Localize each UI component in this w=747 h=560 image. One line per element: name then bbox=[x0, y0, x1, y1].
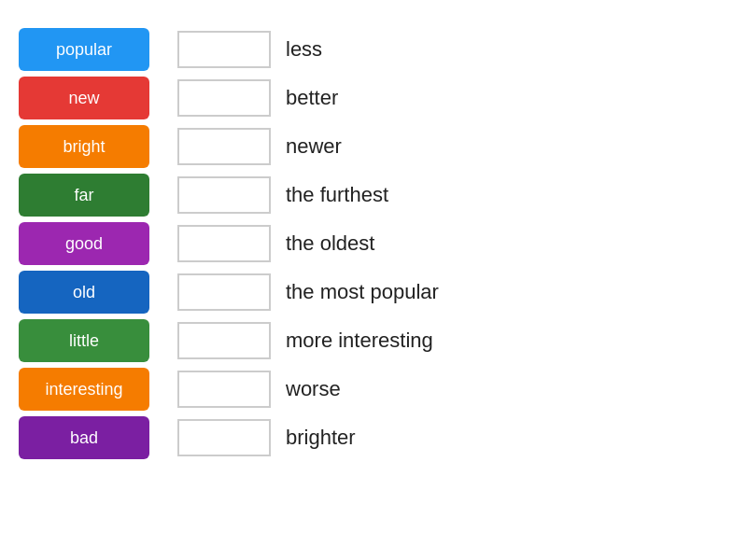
match-box-3[interactable] bbox=[177, 176, 271, 214]
match-label-5: the most popular bbox=[286, 280, 439, 304]
match-label-0: less bbox=[286, 37, 322, 62]
match-box-8[interactable] bbox=[177, 419, 271, 456]
word-button-interesting[interactable]: interesting bbox=[19, 368, 149, 411]
match-box-6[interactable] bbox=[177, 322, 271, 359]
word-button-far[interactable]: far bbox=[19, 174, 149, 217]
match-box-4[interactable] bbox=[177, 225, 271, 262]
right-column: lessbetternewerthe furthestthe oldestthe… bbox=[177, 28, 728, 459]
match-row-7: worse bbox=[177, 368, 728, 411]
match-label-1: better bbox=[286, 86, 338, 110]
match-row-5: the most popular bbox=[177, 271, 728, 314]
match-label-2: newer bbox=[286, 134, 342, 159]
match-box-5[interactable] bbox=[177, 273, 271, 311]
match-row-2: newer bbox=[177, 125, 728, 168]
left-column: popularnewbrightfargoodoldlittleinterest… bbox=[19, 28, 149, 459]
match-row-0: less bbox=[177, 28, 728, 71]
match-row-3: the furthest bbox=[177, 174, 728, 217]
main-container: popularnewbrightfargoodoldlittleinterest… bbox=[19, 28, 728, 459]
match-row-8: brighter bbox=[177, 416, 728, 459]
word-button-little[interactable]: little bbox=[19, 319, 149, 362]
match-box-0[interactable] bbox=[177, 31, 271, 68]
match-box-2[interactable] bbox=[177, 128, 271, 165]
match-box-1[interactable] bbox=[177, 79, 271, 117]
match-label-4: the oldest bbox=[286, 231, 374, 256]
match-label-7: worse bbox=[286, 377, 341, 401]
match-label-8: brighter bbox=[286, 426, 356, 450]
word-button-old[interactable]: old bbox=[19, 271, 149, 314]
word-button-popular[interactable]: popular bbox=[19, 28, 149, 71]
word-button-new[interactable]: new bbox=[19, 77, 149, 119]
match-box-7[interactable] bbox=[177, 371, 271, 408]
match-row-6: more interesting bbox=[177, 319, 728, 362]
word-button-good[interactable]: good bbox=[19, 222, 149, 265]
word-button-bright[interactable]: bright bbox=[19, 125, 149, 168]
word-button-bad[interactable]: bad bbox=[19, 416, 149, 459]
match-row-1: better bbox=[177, 77, 728, 119]
match-label-3: the furthest bbox=[286, 183, 388, 207]
match-label-6: more interesting bbox=[286, 329, 433, 353]
match-row-4: the oldest bbox=[177, 222, 728, 265]
